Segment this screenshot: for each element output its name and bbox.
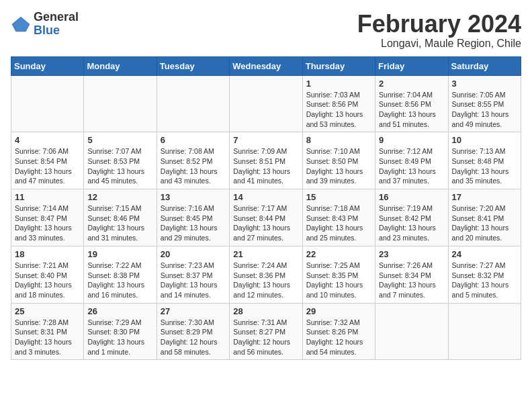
day-info: Sunrise: 7:14 AMSunset: 8:47 PMDaylight:… bbox=[15, 203, 80, 243]
cell-3-5: 23Sunrise: 7:26 AMSunset: 8:34 PMDayligh… bbox=[375, 246, 448, 303]
day-number: 29 bbox=[306, 306, 371, 316]
day-info: Sunrise: 7:16 AMSunset: 8:45 PMDaylight:… bbox=[161, 203, 226, 243]
cell-1-5: 9Sunrise: 7:12 AMSunset: 8:49 PMDaylight… bbox=[375, 132, 448, 189]
cell-4-6 bbox=[448, 303, 521, 360]
cell-3-4: 22Sunrise: 7:25 AMSunset: 8:35 PMDayligh… bbox=[302, 246, 375, 303]
cell-1-1: 5Sunrise: 7:07 AMSunset: 8:53 PMDaylight… bbox=[84, 132, 157, 189]
cell-1-6: 10Sunrise: 7:13 AMSunset: 8:48 PMDayligh… bbox=[448, 132, 521, 189]
day-info: Sunrise: 7:29 AMSunset: 8:30 PMDaylight:… bbox=[87, 318, 152, 357]
cell-0-0 bbox=[11, 75, 84, 132]
logo-blue: Blue bbox=[34, 24, 79, 38]
cell-1-0: 4Sunrise: 7:06 AMSunset: 8:54 PMDaylight… bbox=[11, 132, 84, 189]
day-info: Sunrise: 7:15 AMSunset: 8:46 PMDaylight:… bbox=[87, 203, 152, 243]
day-info: Sunrise: 7:22 AMSunset: 8:38 PMDaylight:… bbox=[87, 261, 152, 300]
day-info: Sunrise: 7:28 AMSunset: 8:31 PMDaylight:… bbox=[15, 318, 80, 357]
cell-1-3: 7Sunrise: 7:09 AMSunset: 8:51 PMDaylight… bbox=[230, 132, 302, 189]
day-info: Sunrise: 7:17 AMSunset: 8:44 PMDaylight:… bbox=[233, 203, 298, 243]
day-number: 20 bbox=[161, 249, 226, 259]
day-number: 4 bbox=[15, 135, 80, 145]
day-number: 28 bbox=[233, 306, 298, 316]
day-number: 27 bbox=[161, 306, 226, 316]
cell-2-4: 15Sunrise: 7:18 AMSunset: 8:43 PMDayligh… bbox=[302, 189, 375, 246]
cell-2-2: 13Sunrise: 7:16 AMSunset: 8:45 PMDayligh… bbox=[157, 189, 229, 246]
logo-text: General Blue bbox=[34, 11, 79, 38]
day-info: Sunrise: 7:19 AMSunset: 8:42 PMDaylight:… bbox=[379, 203, 444, 243]
week-row-0: 1Sunrise: 7:03 AMSunset: 8:56 PMDaylight… bbox=[11, 75, 521, 132]
cell-4-1: 26Sunrise: 7:29 AMSunset: 8:30 PMDayligh… bbox=[84, 303, 157, 360]
title-area: February 2024 Longavi, Maule Region, Chi… bbox=[357, 11, 521, 50]
day-number: 6 bbox=[161, 135, 226, 145]
cell-0-6: 3Sunrise: 7:05 AMSunset: 8:55 PMDaylight… bbox=[448, 75, 521, 132]
day-number: 12 bbox=[87, 192, 152, 202]
week-row-3: 18Sunrise: 7:21 AMSunset: 8:40 PMDayligh… bbox=[11, 246, 521, 303]
day-number: 15 bbox=[306, 192, 371, 202]
calendar-body: 1Sunrise: 7:03 AMSunset: 8:56 PMDaylight… bbox=[11, 75, 521, 360]
cell-0-1 bbox=[84, 75, 157, 132]
logo-icon bbox=[11, 14, 31, 34]
header: General Blue February 2024 Longavi, Maul… bbox=[11, 11, 521, 50]
day-number: 5 bbox=[87, 135, 152, 145]
day-number: 14 bbox=[233, 192, 298, 202]
day-info: Sunrise: 7:05 AMSunset: 8:55 PMDaylight:… bbox=[452, 90, 517, 130]
day-info: Sunrise: 7:03 AMSunset: 8:56 PMDaylight:… bbox=[306, 90, 371, 130]
header-row: Sunday Monday Tuesday Wednesday Thursday… bbox=[11, 56, 521, 75]
subtitle: Longavi, Maule Region, Chile bbox=[357, 38, 521, 50]
cell-0-2 bbox=[157, 75, 229, 132]
header-saturday: Saturday bbox=[448, 56, 521, 75]
day-number: 17 bbox=[452, 192, 517, 202]
day-info: Sunrise: 7:27 AMSunset: 8:32 PMDaylight:… bbox=[452, 261, 517, 300]
cell-2-3: 14Sunrise: 7:17 AMSunset: 8:44 PMDayligh… bbox=[230, 189, 302, 246]
day-info: Sunrise: 7:13 AMSunset: 8:48 PMDaylight:… bbox=[452, 146, 517, 186]
week-row-1: 4Sunrise: 7:06 AMSunset: 8:54 PMDaylight… bbox=[11, 132, 521, 189]
day-info: Sunrise: 7:24 AMSunset: 8:36 PMDaylight:… bbox=[233, 261, 298, 300]
day-number: 19 bbox=[87, 249, 152, 259]
day-info: Sunrise: 7:23 AMSunset: 8:37 PMDaylight:… bbox=[161, 261, 226, 300]
day-info: Sunrise: 7:26 AMSunset: 8:34 PMDaylight:… bbox=[379, 261, 444, 300]
day-info: Sunrise: 7:12 AMSunset: 8:49 PMDaylight:… bbox=[379, 146, 444, 186]
logo: General Blue bbox=[11, 11, 79, 38]
cell-2-1: 12Sunrise: 7:15 AMSunset: 8:46 PMDayligh… bbox=[84, 189, 157, 246]
day-info: Sunrise: 7:20 AMSunset: 8:41 PMDaylight:… bbox=[452, 203, 517, 243]
header-tuesday: Tuesday bbox=[157, 56, 229, 75]
calendar-header: Sunday Monday Tuesday Wednesday Thursday… bbox=[11, 56, 521, 75]
header-thursday: Thursday bbox=[302, 56, 375, 75]
cell-3-2: 20Sunrise: 7:23 AMSunset: 8:37 PMDayligh… bbox=[157, 246, 229, 303]
day-info: Sunrise: 7:06 AMSunset: 8:54 PMDaylight:… bbox=[15, 146, 80, 186]
cell-2-6: 17Sunrise: 7:20 AMSunset: 8:41 PMDayligh… bbox=[448, 189, 521, 246]
cell-1-2: 6Sunrise: 7:08 AMSunset: 8:52 PMDaylight… bbox=[157, 132, 229, 189]
cell-3-1: 19Sunrise: 7:22 AMSunset: 8:38 PMDayligh… bbox=[84, 246, 157, 303]
header-sunday: Sunday bbox=[11, 56, 84, 75]
main-title: February 2024 bbox=[357, 11, 521, 38]
cell-3-3: 21Sunrise: 7:24 AMSunset: 8:36 PMDayligh… bbox=[230, 246, 302, 303]
cell-4-5 bbox=[375, 303, 448, 360]
day-number: 1 bbox=[306, 79, 371, 89]
cell-2-0: 11Sunrise: 7:14 AMSunset: 8:47 PMDayligh… bbox=[11, 189, 84, 246]
day-info: Sunrise: 7:32 AMSunset: 8:26 PMDaylight:… bbox=[306, 318, 371, 357]
day-number: 10 bbox=[452, 135, 517, 145]
cell-2-5: 16Sunrise: 7:19 AMSunset: 8:42 PMDayligh… bbox=[375, 189, 448, 246]
cell-4-3: 28Sunrise: 7:31 AMSunset: 8:27 PMDayligh… bbox=[230, 303, 302, 360]
week-row-4: 25Sunrise: 7:28 AMSunset: 8:31 PMDayligh… bbox=[11, 303, 521, 360]
day-number: 26 bbox=[87, 306, 152, 316]
day-number: 8 bbox=[306, 135, 371, 145]
day-info: Sunrise: 7:31 AMSunset: 8:27 PMDaylight:… bbox=[233, 318, 298, 357]
day-number: 24 bbox=[452, 249, 517, 259]
day-number: 11 bbox=[15, 192, 80, 202]
day-number: 16 bbox=[379, 192, 444, 202]
cell-4-0: 25Sunrise: 7:28 AMSunset: 8:31 PMDayligh… bbox=[11, 303, 84, 360]
cell-3-6: 24Sunrise: 7:27 AMSunset: 8:32 PMDayligh… bbox=[448, 246, 521, 303]
cell-3-0: 18Sunrise: 7:21 AMSunset: 8:40 PMDayligh… bbox=[11, 246, 84, 303]
day-info: Sunrise: 7:18 AMSunset: 8:43 PMDaylight:… bbox=[306, 203, 371, 243]
day-info: Sunrise: 7:30 AMSunset: 8:29 PMDaylight:… bbox=[161, 318, 226, 357]
day-info: Sunrise: 7:10 AMSunset: 8:50 PMDaylight:… bbox=[306, 146, 371, 186]
calendar-table: Sunday Monday Tuesday Wednesday Thursday… bbox=[11, 56, 521, 361]
day-number: 21 bbox=[233, 249, 298, 259]
header-friday: Friday bbox=[375, 56, 448, 75]
day-number: 2 bbox=[379, 79, 444, 89]
day-info: Sunrise: 7:04 AMSunset: 8:56 PMDaylight:… bbox=[379, 90, 444, 130]
cell-1-4: 8Sunrise: 7:10 AMSunset: 8:50 PMDaylight… bbox=[302, 132, 375, 189]
cell-0-4: 1Sunrise: 7:03 AMSunset: 8:56 PMDaylight… bbox=[302, 75, 375, 132]
header-wednesday: Wednesday bbox=[230, 56, 302, 75]
week-row-2: 11Sunrise: 7:14 AMSunset: 8:47 PMDayligh… bbox=[11, 189, 521, 246]
cell-4-4: 29Sunrise: 7:32 AMSunset: 8:26 PMDayligh… bbox=[302, 303, 375, 360]
